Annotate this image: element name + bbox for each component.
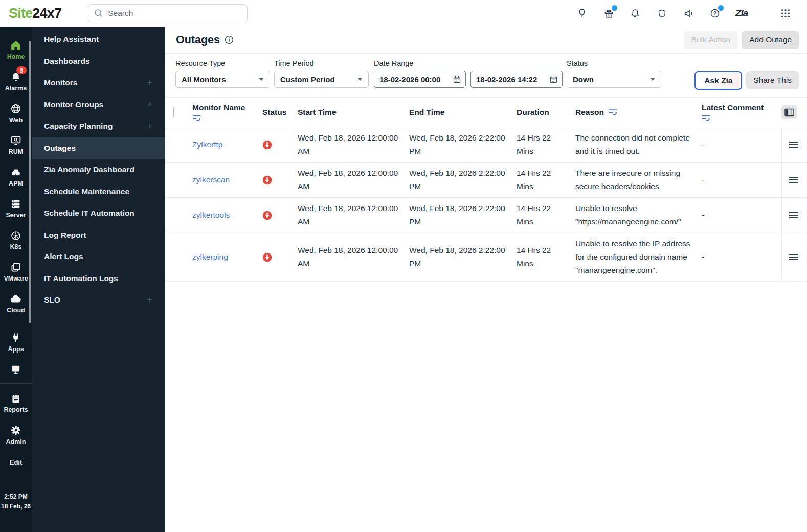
sidebar-item-cloud[interactable]: Cloud [0,287,32,319]
sidebar-item-server[interactable]: Server [0,192,32,224]
bulk-action-button[interactable]: Bulk Action [684,31,738,49]
binoculars-icon [10,166,22,178]
nav-item-schedule-maintenance[interactable]: Schedule Maintenance [32,181,165,203]
resource-type-filter: Resource Type All Monitors [175,59,270,88]
kubernetes-icon [10,229,22,242]
nav-item-log-report[interactable]: Log Report [32,224,165,246]
nav-item-dashboards[interactable]: Dashboards [32,51,165,73]
date-range-filter: Date Range [374,59,567,88]
monitor-link[interactable]: zylkerping [192,252,228,261]
sidebar-item-network[interactable] [0,358,32,381]
date-to-input[interactable] [476,75,549,84]
start-time: Wed, Feb 18, 2026 12:00:00 AM [298,163,409,197]
sidebar-item-edit[interactable]: Edit [0,454,32,470]
rail-divider [0,383,32,384]
status-select[interactable]: Down [567,71,661,88]
whats-new-gift-icon[interactable] [602,7,615,19]
date-from-input[interactable] [379,75,453,84]
bell-icon[interactable] [629,7,641,19]
zia-icon[interactable]: Zia [735,7,748,19]
row-menu-icon[interactable] [789,212,799,219]
select-all-checkbox[interactable] [173,107,174,117]
search-input[interactable] [108,9,241,18]
resource-type-select[interactable]: All Monitors [175,71,270,88]
sidebar-item-reports[interactable]: Reports [0,387,32,419]
sidebar-item-rum[interactable]: RUM [0,129,32,160]
sidebar-item-k8s[interactable]: K8s [0,224,32,256]
nav-item-help-assistant[interactable]: Help Assistant [32,29,165,51]
sidebar-item-web[interactable]: Web [0,97,32,129]
date-from-field[interactable] [374,71,466,88]
latest-comment: - [702,204,781,226]
date-range-label: Date Range [374,59,567,67]
monitor-link[interactable]: zylkertools [192,211,230,219]
row-menu-icon[interactable] [789,141,799,148]
row-menu-icon[interactable] [789,253,799,261]
sidebar-item-admin[interactable]: Admin [0,419,32,450]
monitor-link[interactable]: Zylkerftp [192,140,222,149]
vmware-icon [10,261,22,273]
nav-item-it-automation-logs[interactable]: IT Automation Logs [32,268,165,290]
global-search[interactable] [88,4,248,22]
svg-text:?: ? [713,11,716,16]
sidebar-item-apps[interactable]: Apps [0,326,32,358]
column-picker-button[interactable] [781,105,797,119]
lightbulb-icon[interactable] [576,7,588,19]
sidebar-item-home[interactable]: Home [0,34,32,65]
status-down-icon [262,140,289,150]
col-status: Status [262,108,286,117]
apps-grid-icon[interactable] [779,7,792,19]
expand-plus-icon[interactable] [147,78,152,88]
ask-zia-button[interactable]: Ask Zia [694,71,742,90]
clipboard-icon [10,392,22,405]
notification-dot [718,5,724,11]
expand-plus-icon[interactable] [147,121,152,132]
filter-icon[interactable] [609,109,618,116]
home-icon [10,39,22,52]
status-label: Status [567,59,661,67]
add-outage-button[interactable]: Add Outage [742,31,799,49]
topbar-icons: ? Zia [576,7,807,19]
date-to-field[interactable] [470,71,563,88]
latest-comment: - [702,134,781,155]
row-menu-icon[interactable] [789,176,799,183]
expand-plus-icon[interactable] [147,295,152,306]
shield-icon[interactable] [656,7,668,19]
calendar-icon[interactable] [549,75,558,84]
filter-bar: Resource Type All Monitors Time Period C… [165,54,807,98]
sidebar-item-apm[interactable]: APM [0,160,32,192]
nav-item-alert-logs[interactable]: Alert Logs [32,246,165,268]
nav-item-monitor-groups[interactable]: Monitor Groups [32,94,165,116]
display-icon [10,363,22,376]
duration: 14 Hrs 22 Mins [517,240,575,274]
topbar: Site24x7 ? Zia [0,0,807,27]
sidebar-item-alarms[interactable]: 3 Alarms [0,65,32,97]
filter-icon[interactable] [192,114,255,122]
expand-plus-icon[interactable] [147,99,152,110]
nav-item-capacity-planning[interactable]: Capacity Planning [32,115,165,137]
table-row: zylkertools Wed, Feb 18, 2026 12:00:00 A… [165,198,807,233]
nav-item-schedule-it-automation[interactable]: Schedule IT Automation [32,202,165,224]
latest-comment: - [702,246,781,268]
monitor-link[interactable]: zylkerscan [192,175,230,184]
filter-icon[interactable] [702,114,774,122]
megaphone-icon[interactable] [682,7,694,19]
main-content: Outages Bulk Action Add Outage Resource … [165,27,807,532]
nav-item-outages[interactable]: Outages [32,137,165,159]
search-icon [94,9,103,18]
table-row: Zylkerftp Wed, Feb 18, 2026 12:00:00 AM … [165,127,807,163]
calendar-icon[interactable] [453,75,461,84]
site24x7-logo[interactable]: Site24x7 [9,6,61,21]
sidebar-item-vmware[interactable]: VMware [0,256,32,287]
alarms-count-badge: 3 [16,66,27,74]
info-icon[interactable] [225,35,234,44]
nav-item-zia-anomaly-dashboard[interactable]: Zia Anomaly Dashboard [32,159,165,181]
nav-item-slo[interactable]: SLO [32,289,165,311]
nav-item-monitors[interactable]: Monitors [32,72,165,94]
help-icon[interactable]: ? [709,7,721,19]
time-period-select[interactable]: Custom Period [274,71,369,88]
reason: Unable to resolve "https://manangeengine… [575,198,702,233]
share-this-button[interactable]: Share This [746,71,799,89]
col-end-time: End Time [409,108,444,117]
rail-scrollbar[interactable] [29,41,31,323]
